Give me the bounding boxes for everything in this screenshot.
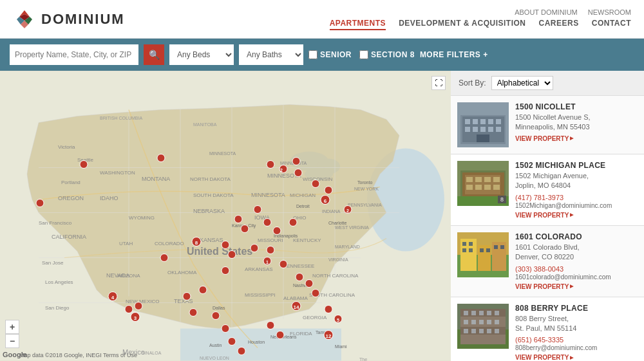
- svg-text:INDIANA: INDIANA: [322, 209, 341, 214]
- senior-checkbox[interactable]: [308, 50, 317, 59]
- svg-text:Los Angeles: Los Angeles: [45, 279, 73, 285]
- svg-point-143: [325, 306, 332, 313]
- svg-text:BRITISH COLUMBIA: BRITISH COLUMBIA: [100, 116, 142, 120]
- svg-text:6: 6: [324, 198, 327, 204]
- property-name: 808 BERRY PLACE: [515, 304, 638, 313]
- svg-text:San Diego: San Diego: [45, 305, 70, 311]
- view-property-link[interactable]: VIEW PROPERTY: [515, 354, 638, 361]
- property-card: 1500 NICOLLET 1500 Nicollet Avenue S,Min…: [451, 96, 644, 154]
- svg-text:KANSAS: KANSAS: [200, 237, 223, 243]
- svg-rect-198: [464, 311, 468, 315]
- property-phone: (417) 781-3973: [515, 194, 638, 201]
- svg-text:14: 14: [294, 304, 299, 310]
- svg-point-120: [251, 245, 258, 252]
- baths-filter[interactable]: Any Baths 1 Bath 2 Baths: [239, 44, 303, 65]
- svg-point-96: [36, 199, 44, 207]
- checkbox-group: SENIOR SECTION 8: [308, 50, 415, 59]
- svg-rect-186: [462, 248, 466, 252]
- svg-text:Charlotte: Charlotte: [328, 221, 347, 225]
- svg-text:MISSOURI: MISSOURI: [258, 237, 283, 243]
- svg-rect-206: [487, 320, 491, 324]
- property-thumbnail: [457, 102, 509, 147]
- property-address: 1500 Nicollet Avenue S,Minneapolis, MN 5…: [515, 113, 638, 133]
- svg-text:San Jose: San Jose: [42, 260, 64, 266]
- view-property-link[interactable]: VIEW PROPERTY: [515, 135, 638, 142]
- property-name: 1500 NICOLLET: [515, 102, 638, 111]
- svg-text:ALABAMA: ALABAMA: [283, 295, 308, 301]
- property-card: 1601 COLORADO 1601 Colorado Blvd,Denver,…: [451, 226, 644, 297]
- property-card: 8 1502 MICHIGAN PLACE 1502 Michigan Aven…: [451, 154, 644, 226]
- nav-about[interactable]: ABOUT DOMINIUM: [515, 8, 578, 16]
- senior-label[interactable]: SENIOR: [308, 50, 352, 59]
- svg-text:MINNESOTA: MINNESOTA: [209, 151, 236, 156]
- svg-text:OKLAHOMA: OKLAHOMA: [167, 270, 197, 275]
- property-name: 1601 COLORADO: [515, 232, 638, 241]
- svg-point-109: [234, 216, 242, 223]
- zoom-in-button[interactable]: +: [5, 320, 19, 334]
- svg-text:Portland: Portland: [61, 180, 80, 185]
- svg-rect-157: [480, 119, 486, 124]
- fullscreen-button[interactable]: ⛶: [431, 76, 446, 90]
- beds-filter[interactable]: Any Beds 1 Bed 2 Beds 3 Beds: [169, 44, 234, 65]
- svg-rect-210: [479, 329, 484, 333]
- nav-secondary: ABOUT DOMINIUM NEWSROOM: [515, 8, 631, 16]
- svg-text:ARKANSAS: ARKANSAS: [245, 266, 273, 272]
- svg-text:MANITOBA: MANITOBA: [193, 122, 217, 127]
- svg-text:3: 3: [134, 315, 137, 321]
- svg-point-105: [325, 187, 332, 194]
- svg-point-102: [292, 158, 300, 165]
- section8-label[interactable]: SECTION 8: [359, 50, 415, 59]
- nav-development[interactable]: DEVELOPMENT & ACQUISITION: [399, 19, 526, 30]
- svg-point-142: [160, 254, 168, 262]
- svg-text:Austin: Austin: [209, 343, 222, 347]
- map-controls: + −: [5, 320, 19, 348]
- more-filters-button[interactable]: MORE FILTERS +: [420, 50, 488, 59]
- view-property-link[interactable]: VIEW PROPERTY: [515, 283, 638, 290]
- svg-point-133: [222, 325, 229, 333]
- svg-point-110: [241, 225, 249, 233]
- svg-rect-176: [484, 185, 491, 190]
- nav-contact[interactable]: CONTACT: [592, 19, 631, 30]
- svg-text:MICHIGAN: MICHIGAN: [290, 192, 316, 198]
- nav-newsroom[interactable]: NEWSROOM: [588, 8, 631, 16]
- svg-text:MINNESOTA: MINNESOTA: [251, 192, 285, 198]
- svg-rect-189: [486, 248, 490, 252]
- property-email: 1601colorado@dominiuminc.com: [515, 273, 638, 281]
- logo-icon: [13, 8, 36, 31]
- svg-rect-208: [464, 329, 468, 333]
- svg-rect-155: [465, 119, 470, 124]
- svg-text:MARYLAND: MARYLAND: [335, 245, 360, 249]
- svg-text:4: 4: [111, 295, 115, 301]
- nav-careers[interactable]: CAREERS: [539, 19, 579, 30]
- nav-apartments[interactable]: APARTMENTS: [330, 19, 386, 30]
- search-input[interactable]: [10, 44, 138, 65]
- svg-text:NORTH CAROLINA: NORTH CAROLINA: [312, 273, 359, 279]
- svg-text:PENNSYLVANIA: PENNSYLVANIA: [348, 203, 382, 207]
- section8-checkbox[interactable]: [359, 50, 368, 59]
- svg-text:MONTANA: MONTANA: [142, 176, 170, 182]
- map-area[interactable]: OREGON CALIFORNIA IDAHO WASHINGTON Victo…: [0, 71, 451, 361]
- svg-rect-165: [477, 134, 489, 142]
- view-property-link[interactable]: VIEW PROPERTY: [515, 212, 638, 219]
- svg-rect-158: [488, 119, 493, 124]
- sort-select[interactable]: Alphabetical Newest Oldest: [491, 76, 553, 90]
- svg-point-138: [125, 306, 133, 313]
- property-info: 808 BERRY PLACE 808 Berry Street,St. Pau…: [515, 304, 638, 361]
- svg-text:NEW YORK: NEW YORK: [354, 187, 379, 191]
- property-thumbnail: 8: [457, 161, 509, 206]
- svg-point-98: [157, 154, 165, 162]
- svg-text:OREGON: OREGON: [58, 195, 84, 201]
- property-info: 1502 MICHIGAN PLACE 1502 Michigan Avenue…: [515, 161, 638, 219]
- svg-point-124: [279, 261, 287, 268]
- svg-text:NORTH DAKOTA: NORTH DAKOTA: [190, 176, 231, 182]
- svg-text:WEST VIRGINIA: WEST VIRGINIA: [335, 225, 369, 230]
- svg-point-127: [312, 290, 319, 297]
- property-email: 808berry@dominiuminc.com: [515, 344, 638, 351]
- zoom-out-button[interactable]: −: [5, 334, 19, 348]
- property-address: 808 Berry Street,St. Paul, MN 55114: [515, 314, 638, 334]
- search-button[interactable]: 🔍: [144, 44, 164, 65]
- svg-point-130: [189, 309, 197, 317]
- svg-text:WYOMING: WYOMING: [129, 215, 155, 221]
- svg-rect-156: [473, 119, 478, 124]
- property-info: 1601 COLORADO 1601 Colorado Blvd,Denver,…: [515, 232, 638, 290]
